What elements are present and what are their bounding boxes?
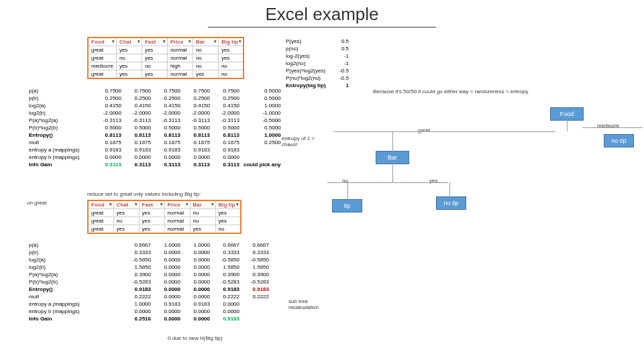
cell: -1 (331, 60, 352, 66)
cell (241, 146, 283, 154)
table-row: P(yes)0.5 (283, 38, 352, 44)
cell: 0.9183 (212, 315, 241, 322)
column-header[interactable]: Fast (142, 38, 167, 46)
cell: 0.2500 (94, 95, 123, 102)
cell: could pick any (241, 161, 283, 168)
cell: great (88, 54, 116, 62)
cell: 0.3113 (182, 161, 212, 168)
column-header[interactable]: Chat (116, 38, 142, 46)
cell: 0.2500 (241, 139, 283, 146)
cell: 0.1875 (123, 139, 153, 146)
cell: 0.0000 (153, 286, 182, 293)
cell: yes (116, 62, 142, 70)
cell: log2(a) (27, 102, 94, 109)
cell: 0.2500 (212, 95, 241, 102)
cell: Entropy() (27, 131, 94, 139)
column-header[interactable]: Food (88, 38, 116, 46)
cell: 0.8113 (182, 131, 212, 139)
cell: log2(b) (27, 263, 94, 271)
cell: -0.5283 (241, 278, 271, 286)
column-header[interactable]: Fast (139, 200, 164, 209)
table-row: p(a)0.75000.75000.75000.75000.75000.5000 (27, 87, 283, 95)
cell: 0.4150 (153, 102, 182, 109)
table-row: P(a)*log2(a)-0.3113-0.3113-0.3113-0.3113… (27, 117, 283, 124)
table-row: Info Gain0.25160.00000.00000.9183 (27, 315, 271, 322)
cell: normal (164, 217, 190, 225)
cell: log2(no) (283, 60, 330, 66)
cell (94, 300, 123, 308)
column-header[interactable]: Price (164, 200, 190, 209)
column-header[interactable]: Chat (113, 200, 139, 209)
cell: 0.2516 (123, 315, 153, 322)
table-row: log2(b)-2.0000-2.0000-2.0000-2.0000-2.00… (27, 109, 283, 117)
cell: -2.0000 (182, 109, 212, 117)
cell (94, 293, 123, 300)
cell: -0.5850 (241, 256, 271, 263)
cell: 0.7500 (212, 87, 241, 95)
cell: 1.5850 (212, 263, 241, 271)
table-row: greatnoyesnormalnoyes (88, 54, 244, 62)
cell (94, 278, 123, 286)
tree-line-3 (327, 182, 448, 183)
cell: 0.6667 (241, 241, 271, 249)
cell: 0.3113 (94, 161, 123, 168)
cell: 0.0000 (123, 308, 153, 315)
cell: 0.0000 (182, 308, 212, 315)
table-row: Entropy(big tip)1 (283, 82, 352, 88)
table-row: greatyesyesnormalnoyes (88, 209, 241, 217)
cell: 0.7500 (123, 87, 153, 95)
cell: 0.2222 (212, 293, 241, 300)
cell: 0.6667 (123, 241, 153, 249)
cell: 0.9183 (182, 146, 212, 154)
cell: 1 (331, 82, 352, 88)
table-row: P(no)*log2(no)-0.5 (283, 75, 352, 81)
cell: 0.0000 (182, 278, 212, 286)
cell: yes (218, 46, 244, 54)
cell: -0.5000 (241, 117, 283, 124)
cell: -2.0000 (123, 109, 153, 117)
cell: 0.9183 (182, 300, 212, 308)
cell: -2.0000 (212, 109, 241, 117)
column-header[interactable]: Price (167, 38, 193, 46)
cell: no (113, 217, 139, 225)
cell: 0.2500 (153, 95, 182, 102)
tree-node-tip: tip (332, 199, 362, 213)
cell: -2.0000 (94, 109, 123, 117)
cell: 0.5000 (241, 124, 283, 131)
cell: -0.3113 (123, 117, 153, 124)
cell: 0.9183 (153, 300, 182, 308)
cell: P(a)*log2(a) (27, 117, 94, 124)
column-header[interactable]: Big tip (218, 38, 244, 46)
cell: 0.8113 (212, 131, 241, 139)
cell: normal (167, 70, 193, 79)
cell: great (88, 70, 116, 79)
cell: no (193, 54, 218, 62)
tree-line-2 (582, 127, 643, 128)
column-header[interactable]: Big tip (215, 200, 241, 209)
cell: Entropy() (27, 286, 94, 293)
table-row: entropy a (mappings)0.91830.91830.91830.… (27, 146, 283, 154)
cell: 0.2500 (182, 95, 212, 102)
cell: -0.3113 (94, 117, 123, 124)
table-row: greatyesyesnormalyesno (88, 225, 241, 234)
table-row: entropy b (mappings)0.00000.00000.00000.… (27, 154, 283, 161)
cell: great (88, 225, 113, 234)
cell: yes (193, 70, 218, 79)
column-header[interactable]: Bar (193, 38, 218, 46)
cell: 0.1875 (94, 139, 123, 146)
column-header[interactable]: Food (88, 200, 113, 209)
cell: 0.0000 (153, 315, 182, 322)
cell: p(a) (27, 241, 94, 249)
table-row: entropy b (mappings)0.00000.00000.00000.… (27, 308, 271, 315)
table-row: p(b)0.25000.25000.25000.25000.25000.5000 (27, 95, 283, 102)
on-great-label: on great (27, 200, 46, 206)
slide-title: Excel example (0, 4, 644, 25)
cell: 0.0000 (182, 315, 212, 322)
column-header[interactable]: Bar (190, 200, 215, 209)
cell: 0.5000 (241, 95, 283, 102)
cell: yes (190, 225, 215, 234)
table-row: P(a)*log2(a)0.39000.00000.00000.39000.39… (27, 271, 271, 278)
cell: yes (139, 217, 164, 225)
cell: 0.5000 (182, 124, 212, 131)
cell: 0.7500 (182, 87, 212, 95)
